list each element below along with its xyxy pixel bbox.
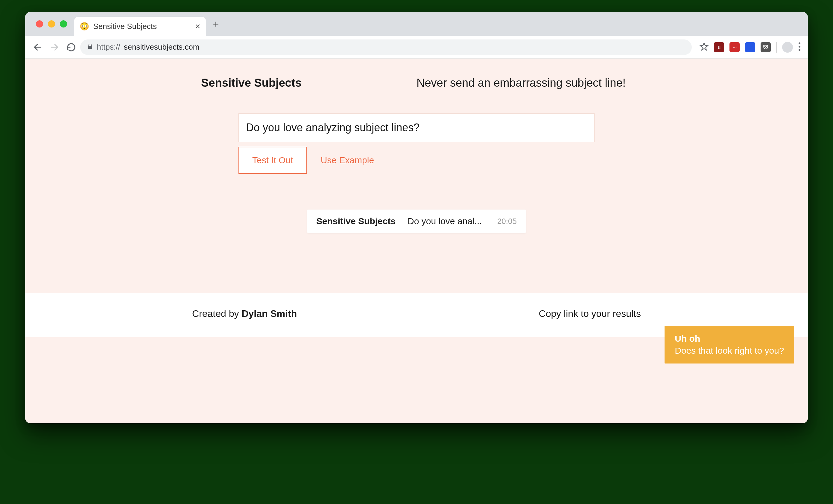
arrow-left-icon: [33, 43, 43, 52]
author-name[interactable]: Dylan Smith: [241, 308, 297, 319]
profile-avatar[interactable]: [782, 42, 793, 53]
window-maximize-button[interactable]: [60, 20, 67, 27]
toast-title: Uh oh: [675, 334, 784, 344]
lastpass-extension-icon[interactable]: ···: [730, 42, 740, 52]
preview-sender: Sensitive Subjects: [316, 216, 396, 226]
tab-favicon: 😳: [79, 22, 89, 30]
extension-icons: u ···: [695, 42, 801, 53]
tab-strip: 😳 Sensitive Subjects × +: [25, 12, 808, 36]
tagline: Never send an embarrassing subject line!: [416, 77, 632, 90]
lock-icon: [87, 43, 93, 52]
inbox-preview: Sensitive Subjects Do you love anal... 2…: [307, 209, 526, 233]
tab-close-icon[interactable]: ×: [195, 21, 200, 31]
toast-body: Does that look right to you?: [675, 346, 784, 356]
toolbar-separator: [776, 42, 777, 53]
ublock-extension-icon[interactable]: u: [714, 42, 724, 52]
svg-point-5: [799, 49, 801, 51]
address-bar[interactable]: https://sensitivesubjects.com: [80, 40, 692, 55]
page-header: Sensitive Subjects Never send an embarra…: [198, 77, 635, 113]
reload-icon: [66, 43, 76, 52]
preview-time: 20:05: [497, 217, 517, 226]
site-title: Sensitive Subjects: [201, 77, 416, 90]
back-button[interactable]: [32, 42, 43, 53]
copy-link-button[interactable]: Copy link to your results: [539, 308, 641, 319]
browser-tab[interactable]: 😳 Sensitive Subjects ×: [74, 17, 206, 36]
created-by-label: Created by: [192, 308, 241, 319]
bookmark-star-icon[interactable]: [699, 42, 709, 52]
browser-toolbar: https://sensitivesubjects.com u ···: [25, 36, 808, 58]
url-host: sensitivesubjects.com: [124, 43, 199, 52]
svg-point-4: [799, 46, 801, 48]
nav-buttons: [32, 42, 77, 53]
reload-button[interactable]: [66, 42, 77, 53]
subject-input[interactable]: [238, 113, 595, 142]
tab-title: Sensitive Subjects: [93, 22, 191, 31]
forward-button[interactable]: [49, 42, 60, 53]
test-it-out-button[interactable]: Test It Out: [238, 147, 307, 174]
arrow-right-icon: [50, 43, 59, 52]
bitwarden-extension-icon[interactable]: [745, 42, 755, 52]
window-traffic-lights: [30, 20, 70, 27]
new-tab-button[interactable]: +: [210, 18, 222, 30]
warning-toast: Uh oh Does that look right to you?: [665, 326, 794, 363]
window-close-button[interactable]: [36, 20, 43, 27]
page-content: Sensitive Subjects Never send an embarra…: [25, 58, 808, 423]
subject-form: Test It Out Use Example: [238, 113, 595, 174]
window-minimize-button[interactable]: [48, 20, 55, 27]
url-scheme: https://: [97, 43, 120, 52]
browser-window: 😳 Sensitive Subjects × + https://sensiti…: [25, 12, 808, 423]
svg-marker-2: [700, 43, 708, 50]
use-example-link[interactable]: Use Example: [321, 155, 374, 165]
form-actions: Test It Out Use Example: [238, 147, 595, 174]
pocket-extension-icon[interactable]: [761, 42, 771, 52]
preview-snippet: Do you love anal...: [407, 216, 482, 226]
browser-menu-button[interactable]: [798, 42, 801, 52]
footer-credit: Created by Dylan Smith: [192, 308, 297, 319]
svg-point-3: [799, 43, 801, 44]
